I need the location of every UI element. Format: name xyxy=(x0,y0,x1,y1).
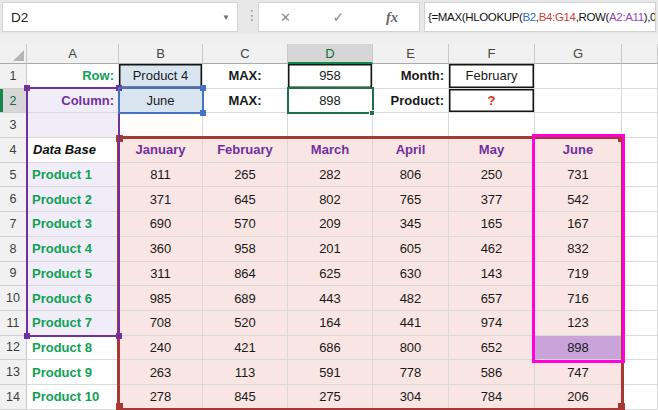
value-cell[interactable]: 275 xyxy=(288,385,373,410)
cell-month-value[interactable]: February xyxy=(449,64,535,89)
value-cell[interactable]: 747 xyxy=(535,360,622,385)
cell-empty[interactable] xyxy=(622,336,658,361)
value-cell[interactable]: 806 xyxy=(373,163,449,188)
column-header-g[interactable]: G xyxy=(535,44,622,64)
column-header-b[interactable]: B xyxy=(119,44,203,64)
value-cell[interactable]: 765 xyxy=(373,187,449,212)
column-header-e[interactable]: E xyxy=(373,44,449,64)
cell-lookup-column-value[interactable]: June xyxy=(119,89,203,114)
value-cell[interactable]: 686 xyxy=(288,336,373,361)
month-header-cell[interactable]: April xyxy=(373,138,449,163)
value-cell[interactable]: 201 xyxy=(288,237,373,262)
cell-empty[interactable] xyxy=(622,64,658,89)
cell-product-label[interactable]: Product: xyxy=(373,89,449,114)
value-cell[interactable]: 586 xyxy=(449,360,535,385)
vertical-dots-icon[interactable]: ⋮ xyxy=(245,7,259,23)
value-cell[interactable]: 282 xyxy=(288,163,373,188)
cell-column-label[interactable]: Column: xyxy=(27,89,119,114)
product-name-cell[interactable]: Product 4 xyxy=(27,237,119,262)
row-header-12[interactable]: 12 xyxy=(0,336,27,361)
product-name-cell[interactable]: Product 8 xyxy=(27,336,119,361)
value-cell[interactable]: 657 xyxy=(449,286,535,311)
value-cell[interactable]: 625 xyxy=(288,262,373,287)
value-cell[interactable]: 778 xyxy=(373,360,449,385)
cell-max-label-2[interactable]: MAX: xyxy=(203,89,288,114)
row-header-14[interactable]: 14 xyxy=(0,385,27,410)
cell-empty[interactable] xyxy=(119,113,203,138)
value-cell[interactable]: 542 xyxy=(535,187,622,212)
value-cell[interactable]: 360 xyxy=(119,237,203,262)
chevron-down-icon[interactable]: ▼ xyxy=(222,13,230,22)
cell-empty[interactable] xyxy=(203,113,288,138)
cancel-icon[interactable]: ✕ xyxy=(280,10,291,25)
cell-row-label[interactable]: Row: xyxy=(27,64,119,89)
cell-database-title[interactable]: Data Base xyxy=(27,138,119,163)
cell-empty[interactable] xyxy=(535,89,622,114)
value-cell[interactable]: 630 xyxy=(373,262,449,287)
name-box[interactable]: D2 ▼ xyxy=(2,2,238,32)
found-max-value-cell[interactable]: 898 xyxy=(535,336,622,361)
cell-empty[interactable] xyxy=(622,163,658,188)
cell-empty[interactable] xyxy=(288,113,373,138)
value-cell[interactable]: 167 xyxy=(535,212,622,237)
value-cell[interactable]: 591 xyxy=(288,360,373,385)
value-cell[interactable]: 265 xyxy=(203,163,288,188)
row-header-11[interactable]: 11 xyxy=(0,311,27,336)
value-cell[interactable]: 250 xyxy=(449,163,535,188)
value-cell[interactable]: 958 xyxy=(203,237,288,262)
value-cell[interactable]: 802 xyxy=(288,187,373,212)
row-header-5[interactable]: 5 xyxy=(0,163,27,188)
month-header-cell[interactable]: February xyxy=(203,138,288,163)
value-cell[interactable]: 304 xyxy=(373,385,449,410)
row-header-7[interactable]: 7 xyxy=(0,212,27,237)
month-header-cell[interactable]: January xyxy=(119,138,203,163)
value-cell[interactable]: 800 xyxy=(373,336,449,361)
value-cell[interactable]: 443 xyxy=(288,286,373,311)
value-cell[interactable]: 206 xyxy=(535,385,622,410)
cell-empty[interactable] xyxy=(622,237,658,262)
formula-input[interactable]: {=MAX(HLOOKUP(B2,B4:G14,ROW(A2:A11),0))} xyxy=(424,2,656,32)
cell-empty[interactable] xyxy=(535,64,622,89)
cell-empty[interactable] xyxy=(622,89,658,114)
value-cell[interactable]: 708 xyxy=(119,311,203,336)
select-all-corner[interactable] xyxy=(0,44,27,64)
product-name-cell[interactable]: Product 2 xyxy=(27,187,119,212)
product-name-cell[interactable]: Product 1 xyxy=(27,163,119,188)
month-header-cell[interactable]: March xyxy=(288,138,373,163)
value-cell[interactable]: 164 xyxy=(288,311,373,336)
cell-max-label-1[interactable]: MAX: xyxy=(203,64,288,89)
value-cell[interactable]: 421 xyxy=(203,336,288,361)
product-name-cell[interactable]: Product 9 xyxy=(27,360,119,385)
value-cell[interactable]: 985 xyxy=(119,286,203,311)
value-cell[interactable]: 123 xyxy=(535,311,622,336)
value-cell[interactable]: 719 xyxy=(535,262,622,287)
value-cell[interactable]: 652 xyxy=(449,336,535,361)
value-cell[interactable]: 165 xyxy=(449,212,535,237)
value-cell[interactable]: 716 xyxy=(535,286,622,311)
row-header-4[interactable]: 4 xyxy=(0,138,27,163)
row-header-6[interactable]: 6 xyxy=(0,187,27,212)
value-cell[interactable]: 278 xyxy=(119,385,203,410)
row-header-3[interactable]: 3 xyxy=(0,113,27,138)
value-cell[interactable]: 605 xyxy=(373,237,449,262)
value-cell[interactable]: 240 xyxy=(119,336,203,361)
row-header-13[interactable]: 13 xyxy=(0,360,27,385)
value-cell[interactable]: 690 xyxy=(119,212,203,237)
value-cell[interactable]: 371 xyxy=(119,187,203,212)
row-header-8[interactable]: 8 xyxy=(0,237,27,262)
cell-empty[interactable] xyxy=(622,212,658,237)
cell-max-result-row[interactable]: 958 xyxy=(288,64,373,89)
product-name-cell[interactable]: Product 7 xyxy=(27,311,119,336)
value-cell[interactable]: 784 xyxy=(449,385,535,410)
column-header-a[interactable]: A xyxy=(27,44,119,64)
value-cell[interactable]: 845 xyxy=(203,385,288,410)
value-cell[interactable]: 570 xyxy=(203,212,288,237)
confirm-icon[interactable]: ✓ xyxy=(333,9,345,25)
row-header-1[interactable]: 1 xyxy=(0,64,27,89)
row-header-9[interactable]: 9 xyxy=(0,262,27,287)
value-cell[interactable]: 864 xyxy=(203,262,288,287)
value-cell[interactable]: 731 xyxy=(535,163,622,188)
value-cell[interactable]: 645 xyxy=(203,187,288,212)
cell-empty[interactable] xyxy=(622,286,658,311)
value-cell[interactable]: 209 xyxy=(288,212,373,237)
